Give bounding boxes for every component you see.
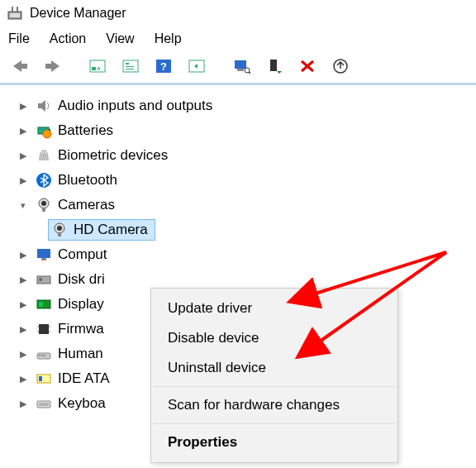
- battery-icon: [35, 122, 53, 140]
- svg-rect-46: [41, 355, 43, 356]
- menu-separator: [153, 423, 396, 424]
- ide-icon: [35, 370, 53, 388]
- tree-label: Biometric devices: [58, 147, 168, 164]
- tree-label: HD Camera: [74, 222, 148, 238]
- disk-icon: [35, 270, 53, 289]
- gpu-icon: [35, 295, 53, 313]
- svg-text:?: ?: [160, 60, 167, 73]
- camera-icon: [50, 221, 69, 239]
- svg-rect-16: [237, 69, 244, 71]
- svg-rect-9: [126, 63, 129, 64]
- svg-rect-15: [235, 60, 246, 69]
- expand-icon[interactable]: ▶: [17, 126, 30, 136]
- svg-rect-47: [44, 355, 45, 356]
- update-driver-button[interactable]: [327, 55, 354, 78]
- tree-item-cameras[interactable]: ▾ Cameras: [17, 193, 476, 217]
- menubar: File Action View Help: [0, 26, 476, 51]
- svg-rect-2: [12, 7, 13, 12]
- svg-line-18: [249, 72, 250, 74]
- toolbar: ?: [0, 51, 476, 85]
- svg-rect-45: [39, 355, 40, 356]
- svg-point-31: [57, 226, 62, 231]
- svg-point-36: [39, 278, 42, 281]
- svg-rect-39: [39, 324, 49, 334]
- scan-hardware-button[interactable]: [228, 55, 255, 78]
- tree-item-computer[interactable]: ▶ Comput: [17, 242, 476, 267]
- svg-rect-4: [21, 64, 27, 69]
- forward-button[interactable]: [40, 55, 66, 78]
- device-manager-icon: [7, 5, 23, 21]
- menu-item-disable-device[interactable]: Disable device: [151, 323, 397, 353]
- tree-label: Audio inputs and outputs: [58, 98, 212, 114]
- hid-icon: [35, 345, 53, 363]
- expand-icon[interactable]: ▶: [17, 299, 30, 310]
- tree-item-audio[interactable]: ▶ Audio inputs and outputs: [17, 93, 476, 118]
- tree-label: Human: [58, 346, 103, 362]
- expand-icon[interactable]: ▶: [17, 250, 30, 260]
- expand-icon[interactable]: ▶: [17, 101, 30, 112]
- svg-rect-29: [42, 208, 45, 212]
- tree-label: Batteries: [58, 122, 113, 139]
- menu-view[interactable]: View: [106, 31, 134, 46]
- properties-button[interactable]: [117, 55, 144, 78]
- svg-rect-10: [126, 66, 134, 67]
- expand-icon[interactable]: ▶: [17, 175, 30, 186]
- menu-file[interactable]: File: [8, 31, 30, 46]
- menu-separator: [153, 386, 396, 387]
- svg-point-28: [41, 201, 46, 206]
- add-legacy-hardware-button[interactable]: [261, 55, 288, 78]
- window-title: Device Manager: [30, 6, 126, 21]
- menu-item-update-driver[interactable]: Update driver: [151, 294, 397, 323]
- svg-rect-19: [270, 60, 277, 71]
- tree-item-biometric[interactable]: ▶ Biometric devices: [17, 143, 476, 168]
- fingerprint-icon: [35, 146, 53, 165]
- tree-item-batteries[interactable]: ▶ Batteries: [17, 118, 476, 143]
- expand-icon[interactable]: ▶: [17, 150, 30, 161]
- menu-item-scan-hardware[interactable]: Scan for hardware changes: [151, 390, 397, 420]
- uninstall-button[interactable]: [294, 55, 321, 78]
- action-button[interactable]: [183, 55, 210, 78]
- tree-label: Firmwa: [58, 321, 104, 337]
- tree-label: IDE ATA: [58, 370, 110, 387]
- svg-rect-32: [58, 233, 61, 236]
- svg-rect-3: [17, 7, 18, 12]
- speaker-icon: [35, 97, 53, 115]
- show-hide-console-button[interactable]: [84, 55, 111, 78]
- svg-rect-5: [45, 64, 52, 69]
- camera-icon: [35, 196, 53, 214]
- tree-item-hd-camera[interactable]: HD Camera: [48, 217, 476, 242]
- context-menu: Update driver Disable device Uninstall d…: [150, 288, 398, 463]
- expand-icon[interactable]: ▶: [17, 399, 30, 409]
- expand-icon[interactable]: ▶: [17, 349, 30, 360]
- monitor-icon: [35, 246, 53, 264]
- svg-rect-49: [39, 376, 42, 381]
- svg-rect-1: [10, 13, 20, 17]
- bluetooth-icon: [35, 171, 53, 189]
- tree-label: Comput: [58, 246, 107, 263]
- help-button[interactable]: ?: [150, 55, 177, 78]
- tree-label: Cameras: [58, 197, 115, 213]
- menu-action[interactable]: Action: [50, 31, 86, 46]
- svg-point-25: [43, 130, 51, 138]
- back-button[interactable]: [7, 55, 33, 78]
- expand-icon[interactable]: ▶: [17, 324, 30, 335]
- titlebar: Device Manager: [0, 0, 476, 26]
- expand-icon[interactable]: ▶: [17, 275, 30, 285]
- menu-help[interactable]: Help: [155, 31, 182, 46]
- expand-icon[interactable]: ▶: [17, 374, 30, 384]
- svg-rect-33: [37, 249, 50, 258]
- menu-item-uninstall-device[interactable]: Uninstall device: [151, 353, 397, 383]
- svg-rect-50: [37, 401, 50, 408]
- tree-item-bluetooth[interactable]: ▶ Bluetooth: [17, 168, 476, 193]
- chip-icon: [35, 320, 53, 338]
- tree-label: Disk dri: [58, 271, 105, 288]
- svg-rect-7: [92, 67, 96, 70]
- keyboard-icon: [35, 394, 53, 413]
- tree-label: Keyboa: [58, 395, 106, 412]
- collapse-icon[interactable]: ▾: [17, 200, 30, 211]
- svg-rect-11: [126, 69, 134, 69]
- selected-item[interactable]: HD Camera: [48, 219, 155, 241]
- tree-label: Bluetooth: [58, 172, 117, 189]
- tree-label: Display: [58, 296, 104, 313]
- menu-item-properties[interactable]: Properties: [151, 427, 397, 457]
